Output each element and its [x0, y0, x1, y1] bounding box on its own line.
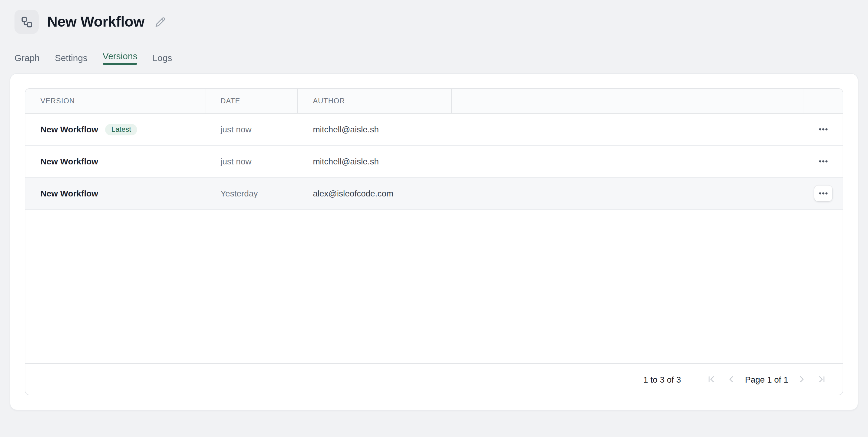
table-row[interactable]: New Workflow Latest just now mitchell@ai…	[25, 114, 843, 146]
version-name: New Workflow	[40, 156, 98, 166]
workflow-header: New Workflow	[0, 0, 868, 34]
app-root: New Workflow Graph Settings Versions Log…	[0, 0, 868, 437]
row-actions-button[interactable]	[814, 185, 832, 201]
empty-cell	[452, 178, 803, 209]
date-cell: Yesterday	[205, 178, 298, 209]
row-actions-button[interactable]	[814, 153, 832, 169]
chevron-last-icon	[817, 374, 827, 384]
empty-cell	[452, 114, 803, 145]
author-cell: alex@isleofcode.com	[298, 178, 452, 209]
chevron-first-icon	[706, 374, 717, 384]
pencil-icon	[155, 17, 165, 27]
chevron-right-icon	[797, 374, 807, 384]
actions-cell	[803, 178, 843, 209]
table-row[interactable]: New Workflow just now mitchell@aisle.sh	[25, 146, 843, 178]
last-page-button[interactable]	[815, 373, 828, 386]
tab-graph[interactable]: Graph	[14, 51, 39, 65]
version-cell: New Workflow Latest	[25, 114, 205, 145]
version-name: New Workflow	[40, 188, 98, 198]
version-cell: New Workflow	[25, 146, 205, 177]
pagination-controls: Page 1 of 1	[705, 373, 828, 386]
column-header-spacer	[452, 89, 803, 113]
chevron-left-icon	[726, 374, 737, 384]
ellipsis-icon	[817, 124, 829, 135]
date-cell: just now	[205, 146, 298, 177]
edit-title-button[interactable]	[154, 16, 167, 28]
tab-versions[interactable]: Versions	[103, 51, 137, 65]
column-header-date: DATE	[205, 89, 298, 113]
tab-settings[interactable]: Settings	[55, 51, 87, 65]
table-header-row: VERSION DATE AUTHOR	[25, 89, 843, 114]
tab-bar: Graph Settings Versions Logs	[0, 51, 868, 65]
latest-badge: Latest	[105, 124, 137, 135]
empty-cell	[452, 146, 803, 177]
author-cell: mitchell@aisle.sh	[298, 146, 452, 177]
ellipsis-icon	[817, 188, 829, 199]
column-header-version: VERSION	[25, 89, 205, 113]
pagination-page-label: Page 1 of 1	[745, 374, 788, 384]
next-page-button[interactable]	[796, 373, 808, 386]
page-title: New Workflow	[47, 14, 144, 29]
first-page-button[interactable]	[705, 373, 718, 386]
column-header-author: AUTHOR	[298, 89, 452, 113]
workflow-icon-container	[14, 10, 39, 34]
workflow-icon	[20, 16, 33, 28]
date-cell: just now	[205, 114, 298, 145]
versions-table: VERSION DATE AUTHOR New Workflow Latest …	[25, 88, 843, 395]
ellipsis-icon	[817, 156, 829, 167]
version-cell: New Workflow	[25, 178, 205, 209]
prev-page-button[interactable]	[725, 373, 738, 386]
actions-cell	[803, 146, 843, 177]
versions-card: VERSION DATE AUTHOR New Workflow Latest …	[10, 73, 858, 410]
column-header-actions	[803, 89, 843, 113]
pagination-range: 1 to 3 of 3	[643, 374, 681, 384]
table-row[interactable]: New Workflow Yesterday alex@isleofcode.c…	[25, 178, 843, 210]
table-footer: 1 to 3 of 3 Page 1 of 1	[25, 363, 843, 395]
version-name: New Workflow	[40, 124, 98, 134]
actions-cell	[803, 114, 843, 145]
author-cell: mitchell@aisle.sh	[298, 114, 452, 145]
table-empty-space	[25, 210, 843, 363]
row-actions-button[interactable]	[814, 121, 832, 137]
tab-logs[interactable]: Logs	[153, 51, 172, 65]
